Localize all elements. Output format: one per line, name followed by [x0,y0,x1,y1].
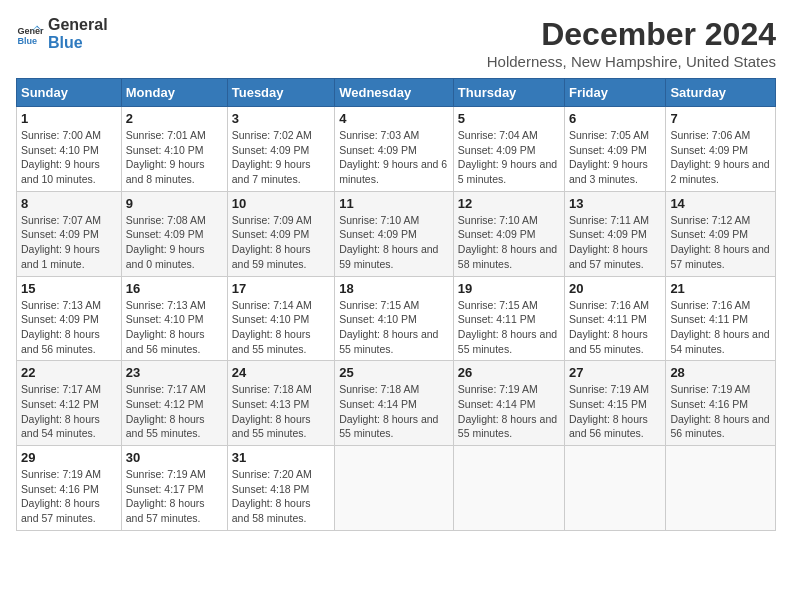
day-info: Sunrise: 7:19 AMSunset: 4:14 PMDaylight:… [458,383,557,439]
weekday-header-row: SundayMondayTuesdayWednesdayThursdayFrid… [17,79,776,107]
day-info: Sunrise: 7:08 AMSunset: 4:09 PMDaylight:… [126,214,206,270]
calendar-cell: 12 Sunrise: 7:10 AMSunset: 4:09 PMDaylig… [453,191,564,276]
calendar-week-5: 29 Sunrise: 7:19 AMSunset: 4:16 PMDaylig… [17,446,776,531]
day-number: 23 [126,365,223,380]
day-number: 30 [126,450,223,465]
calendar-cell: 21 Sunrise: 7:16 AMSunset: 4:11 PMDaylig… [666,276,776,361]
calendar-table: SundayMondayTuesdayWednesdayThursdayFrid… [16,78,776,531]
day-number: 3 [232,111,330,126]
calendar-cell: 26 Sunrise: 7:19 AMSunset: 4:14 PMDaylig… [453,361,564,446]
weekday-header-wednesday: Wednesday [335,79,454,107]
calendar-cell: 4 Sunrise: 7:03 AMSunset: 4:09 PMDayligh… [335,107,454,192]
calendar-cell: 29 Sunrise: 7:19 AMSunset: 4:16 PMDaylig… [17,446,122,531]
day-number: 8 [21,196,117,211]
day-number: 7 [670,111,771,126]
calendar-cell [666,446,776,531]
day-number: 4 [339,111,449,126]
calendar-cell [335,446,454,531]
day-number: 26 [458,365,560,380]
day-number: 22 [21,365,117,380]
day-info: Sunrise: 7:14 AMSunset: 4:10 PMDaylight:… [232,299,312,355]
calendar-cell [453,446,564,531]
calendar-cell: 30 Sunrise: 7:19 AMSunset: 4:17 PMDaylig… [121,446,227,531]
calendar-cell: 3 Sunrise: 7:02 AMSunset: 4:09 PMDayligh… [227,107,334,192]
day-number: 28 [670,365,771,380]
day-number: 20 [569,281,661,296]
calendar-cell: 1 Sunrise: 7:00 AMSunset: 4:10 PMDayligh… [17,107,122,192]
calendar-cell: 11 Sunrise: 7:10 AMSunset: 4:09 PMDaylig… [335,191,454,276]
day-number: 16 [126,281,223,296]
calendar-cell: 24 Sunrise: 7:18 AMSunset: 4:13 PMDaylig… [227,361,334,446]
day-number: 15 [21,281,117,296]
calendar-cell: 15 Sunrise: 7:13 AMSunset: 4:09 PMDaylig… [17,276,122,361]
day-number: 12 [458,196,560,211]
title-area: December 2024 Holderness, New Hampshire,… [487,16,776,70]
calendar-cell: 23 Sunrise: 7:17 AMSunset: 4:12 PMDaylig… [121,361,227,446]
day-info: Sunrise: 7:13 AMSunset: 4:09 PMDaylight:… [21,299,101,355]
day-info: Sunrise: 7:16 AMSunset: 4:11 PMDaylight:… [569,299,649,355]
day-number: 5 [458,111,560,126]
day-info: Sunrise: 7:07 AMSunset: 4:09 PMDaylight:… [21,214,101,270]
weekday-header-thursday: Thursday [453,79,564,107]
day-number: 25 [339,365,449,380]
day-info: Sunrise: 7:18 AMSunset: 4:13 PMDaylight:… [232,383,312,439]
day-info: Sunrise: 7:19 AMSunset: 4:16 PMDaylight:… [21,468,101,524]
calendar-cell: 9 Sunrise: 7:08 AMSunset: 4:09 PMDayligh… [121,191,227,276]
day-number: 21 [670,281,771,296]
day-info: Sunrise: 7:17 AMSunset: 4:12 PMDaylight:… [126,383,206,439]
calendar-cell: 7 Sunrise: 7:06 AMSunset: 4:09 PMDayligh… [666,107,776,192]
calendar-week-4: 22 Sunrise: 7:17 AMSunset: 4:12 PMDaylig… [17,361,776,446]
calendar-cell: 8 Sunrise: 7:07 AMSunset: 4:09 PMDayligh… [17,191,122,276]
weekday-header-monday: Monday [121,79,227,107]
calendar-cell: 31 Sunrise: 7:20 AMSunset: 4:18 PMDaylig… [227,446,334,531]
day-number: 27 [569,365,661,380]
calendar-cell: 22 Sunrise: 7:17 AMSunset: 4:12 PMDaylig… [17,361,122,446]
day-info: Sunrise: 7:16 AMSunset: 4:11 PMDaylight:… [670,299,769,355]
day-number: 19 [458,281,560,296]
calendar-cell [565,446,666,531]
day-info: Sunrise: 7:02 AMSunset: 4:09 PMDaylight:… [232,129,312,185]
logo-general: General [48,16,108,34]
day-number: 13 [569,196,661,211]
calendar-week-1: 1 Sunrise: 7:00 AMSunset: 4:10 PMDayligh… [17,107,776,192]
svg-text:Blue: Blue [17,35,37,45]
calendar-cell: 6 Sunrise: 7:05 AMSunset: 4:09 PMDayligh… [565,107,666,192]
calendar-week-2: 8 Sunrise: 7:07 AMSunset: 4:09 PMDayligh… [17,191,776,276]
day-info: Sunrise: 7:20 AMSunset: 4:18 PMDaylight:… [232,468,312,524]
day-info: Sunrise: 7:12 AMSunset: 4:09 PMDaylight:… [670,214,769,270]
day-number: 29 [21,450,117,465]
day-info: Sunrise: 7:11 AMSunset: 4:09 PMDaylight:… [569,214,649,270]
day-info: Sunrise: 7:19 AMSunset: 4:15 PMDaylight:… [569,383,649,439]
day-info: Sunrise: 7:05 AMSunset: 4:09 PMDaylight:… [569,129,649,185]
day-info: Sunrise: 7:19 AMSunset: 4:16 PMDaylight:… [670,383,769,439]
day-number: 17 [232,281,330,296]
svg-text:General: General [17,26,44,36]
calendar-cell: 25 Sunrise: 7:18 AMSunset: 4:14 PMDaylig… [335,361,454,446]
calendar-cell: 2 Sunrise: 7:01 AMSunset: 4:10 PMDayligh… [121,107,227,192]
location-title: Holderness, New Hampshire, United States [487,53,776,70]
day-number: 1 [21,111,117,126]
page-header: General Blue General Blue December 2024 … [16,16,776,70]
day-number: 31 [232,450,330,465]
day-number: 2 [126,111,223,126]
day-info: Sunrise: 7:10 AMSunset: 4:09 PMDaylight:… [458,214,557,270]
day-info: Sunrise: 7:04 AMSunset: 4:09 PMDaylight:… [458,129,557,185]
day-info: Sunrise: 7:03 AMSunset: 4:09 PMDaylight:… [339,129,447,185]
calendar-cell: 14 Sunrise: 7:12 AMSunset: 4:09 PMDaylig… [666,191,776,276]
calendar-cell: 27 Sunrise: 7:19 AMSunset: 4:15 PMDaylig… [565,361,666,446]
day-info: Sunrise: 7:17 AMSunset: 4:12 PMDaylight:… [21,383,101,439]
day-number: 24 [232,365,330,380]
day-info: Sunrise: 7:15 AMSunset: 4:10 PMDaylight:… [339,299,438,355]
day-number: 11 [339,196,449,211]
weekday-header-saturday: Saturday [666,79,776,107]
calendar-cell: 10 Sunrise: 7:09 AMSunset: 4:09 PMDaylig… [227,191,334,276]
day-info: Sunrise: 7:10 AMSunset: 4:09 PMDaylight:… [339,214,438,270]
day-number: 14 [670,196,771,211]
day-info: Sunrise: 7:09 AMSunset: 4:09 PMDaylight:… [232,214,312,270]
month-title: December 2024 [487,16,776,53]
day-info: Sunrise: 7:13 AMSunset: 4:10 PMDaylight:… [126,299,206,355]
calendar-cell: 18 Sunrise: 7:15 AMSunset: 4:10 PMDaylig… [335,276,454,361]
calendar-cell: 19 Sunrise: 7:15 AMSunset: 4:11 PMDaylig… [453,276,564,361]
logo-icon: General Blue [16,20,44,48]
calendar-cell: 20 Sunrise: 7:16 AMSunset: 4:11 PMDaylig… [565,276,666,361]
